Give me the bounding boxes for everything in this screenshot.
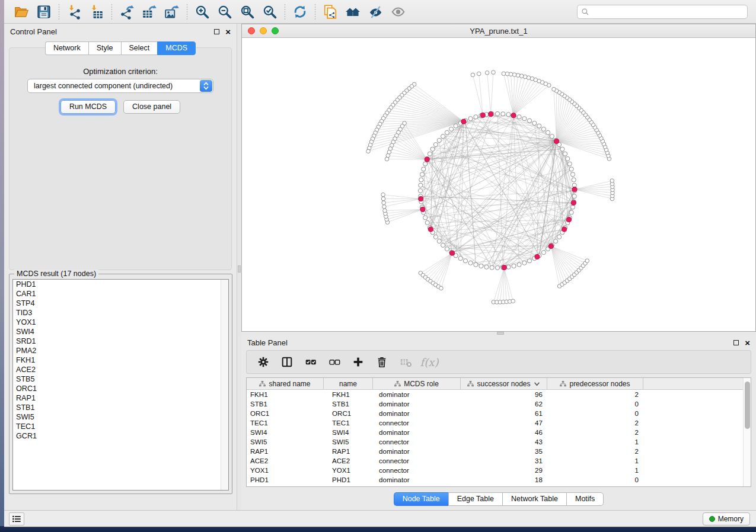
cell-MCDS-role[interactable]: dominator: [373, 390, 461, 399]
table-row[interactable]: SWI4SWI4dominator462: [247, 428, 751, 437]
network-canvas[interactable]: [242, 38, 755, 331]
graph-node[interactable]: [563, 152, 567, 156]
tab-style[interactable]: Style: [88, 41, 121, 55]
mcds-result-item[interactable]: GCR1: [13, 431, 228, 441]
graph-hub-node[interactable]: [461, 119, 466, 124]
graph-node[interactable]: [439, 286, 444, 290]
graph-node[interactable]: [485, 71, 489, 75]
graph-node[interactable]: [495, 265, 499, 270]
graph-node[interactable]: [546, 130, 550, 134]
cell-shared-name[interactable]: ACE2: [247, 456, 324, 466]
graph-node[interactable]: [441, 243, 445, 247]
cell-name[interactable]: ACE2: [324, 456, 373, 466]
cell-successor-nodes[interactable]: 31: [461, 456, 547, 466]
tab-network-table[interactable]: Network Table: [502, 492, 566, 506]
graph-node[interactable]: [484, 265, 489, 269]
cell-shared-name[interactable]: YOX1: [247, 466, 324, 475]
graph-node[interactable]: [527, 259, 531, 263]
import-table-button[interactable]: [85, 3, 108, 21]
table-row[interactable]: TEC1TEC1connector472: [247, 418, 751, 428]
graph-node[interactable]: [381, 193, 385, 197]
graph-node[interactable]: [522, 117, 527, 121]
zoom-in-button[interactable]: [191, 3, 213, 21]
mcds-result-item[interactable]: SWI5: [13, 412, 228, 422]
tab-select[interactable]: Select: [121, 41, 158, 55]
graph-node[interactable]: [550, 134, 554, 139]
graph-node[interactable]: [441, 134, 445, 139]
mcds-result-item[interactable]: STB5: [13, 374, 228, 384]
mcds-result-item[interactable]: TID3: [13, 308, 228, 318]
cell-predecessor-nodes[interactable]: 1: [547, 456, 643, 466]
graph-node[interactable]: [495, 111, 499, 116]
graph-node[interactable]: [437, 239, 441, 243]
mcds-result-item[interactable]: PHD1: [13, 280, 228, 289]
cell-MCDS-role[interactable]: dominator: [373, 409, 461, 418]
graph-node[interactable]: [430, 147, 435, 151]
graph-node[interactable]: [422, 167, 426, 171]
graph-node[interactable]: [570, 172, 575, 177]
column-header-MCDS-role[interactable]: MCDS role: [373, 378, 461, 389]
graph-hub-node[interactable]: [535, 254, 540, 259]
mcds-result-item[interactable]: SWI4: [13, 327, 228, 336]
graph-hub-node[interactable]: [425, 157, 429, 162]
cell-MCDS-role[interactable]: dominator: [373, 399, 461, 409]
graph-node[interactable]: [557, 235, 562, 239]
mcds-result-item[interactable]: CAR1: [13, 289, 228, 299]
vertical-splitter[interactable]: [237, 24, 241, 511]
cell-successor-nodes[interactable]: 46: [461, 428, 547, 437]
cell-successor-nodes[interactable]: 35: [461, 447, 547, 456]
cell-successor-nodes[interactable]: 61: [461, 409, 547, 418]
graph-node[interactable]: [433, 143, 438, 147]
cell-MCDS-role[interactable]: connector: [373, 418, 461, 428]
share-document-button[interactable]: [319, 3, 342, 21]
cell-shared-name[interactable]: RAP1: [247, 447, 324, 456]
table-scrollbar[interactable]: [743, 378, 751, 486]
graph-node[interactable]: [383, 209, 387, 213]
mcds-result-item[interactable]: RAP1: [13, 393, 228, 403]
cell-shared-name[interactable]: PHD1: [247, 475, 324, 485]
export-table-button[interactable]: [138, 3, 161, 21]
cell-name[interactable]: PHD1: [324, 475, 373, 485]
graph-node[interactable]: [517, 262, 521, 267]
export-image-button[interactable]: [161, 3, 183, 21]
graph-hub-node[interactable]: [489, 111, 493, 116]
graph-node[interactable]: [458, 257, 462, 261]
cell-name[interactable]: FKH1: [324, 390, 373, 399]
tab-mcds[interactable]: MCDS: [157, 41, 196, 55]
graph-node[interactable]: [512, 73, 516, 77]
column-header-shared-name[interactable]: shared name: [247, 378, 324, 389]
graph-hub-node[interactable]: [420, 207, 425, 211]
cell-successor-nodes[interactable]: 96: [461, 390, 547, 399]
graph-node[interactable]: [382, 205, 387, 209]
cell-predecessor-nodes[interactable]: 2: [547, 447, 643, 456]
graph-node[interactable]: [433, 235, 438, 239]
cell-successor-nodes[interactable]: 43: [461, 437, 547, 447]
zoom-fit-button[interactable]: [236, 3, 259, 21]
graph-node[interactable]: [366, 149, 371, 153]
window-zoom-icon[interactable]: [272, 27, 279, 34]
cell-shared-name[interactable]: ORC1: [247, 409, 324, 418]
close-panel-button[interactable]: Close panel: [123, 100, 180, 114]
float-panel-icon[interactable]: [214, 29, 219, 34]
graph-node[interactable]: [419, 183, 423, 187]
mcds-result-item[interactable]: FKH1: [13, 355, 228, 365]
graph-node[interactable]: [572, 178, 576, 182]
graph-hub-node[interactable]: [554, 139, 559, 143]
tab-edge-table[interactable]: Edge Table: [448, 492, 502, 506]
graph-node[interactable]: [420, 172, 424, 177]
cell-predecessor-nodes[interactable]: 2: [547, 428, 643, 437]
cell-predecessor-nodes[interactable]: 0: [547, 399, 643, 409]
graph-node[interactable]: [527, 118, 531, 123]
mcds-result-item[interactable]: YOX1: [13, 318, 228, 327]
search-box[interactable]: [577, 5, 748, 19]
mcds-result-item[interactable]: TEC1: [13, 422, 228, 431]
graph-hub-node[interactable]: [548, 243, 553, 248]
export-network-button[interactable]: [116, 3, 138, 21]
cell-shared-name[interactable]: SWI5: [247, 437, 324, 447]
graph-node[interactable]: [554, 239, 558, 243]
run-mcds-button[interactable]: Run MCDS: [60, 100, 116, 114]
mcds-result-item[interactable]: STB1: [13, 403, 228, 412]
task-history-button[interactable]: [9, 512, 24, 525]
graph-hub-node[interactable]: [450, 251, 455, 255]
graph-node[interactable]: [541, 127, 546, 131]
